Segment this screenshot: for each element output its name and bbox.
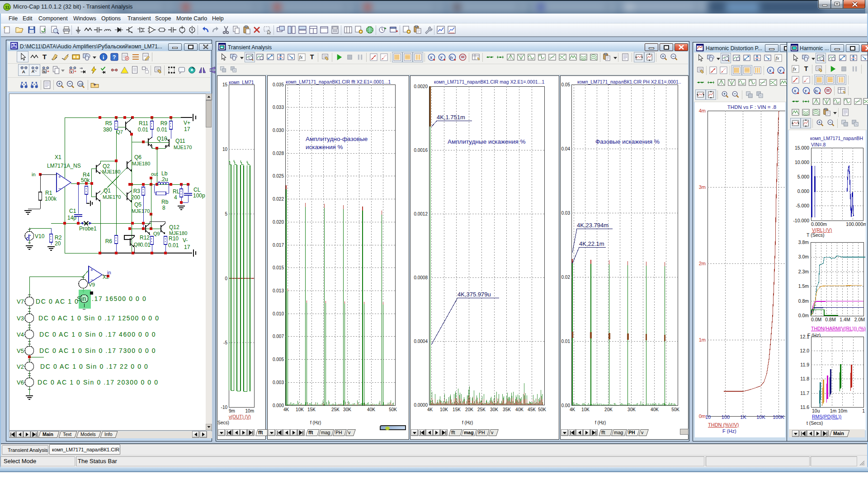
svg-text:0.033: 0.033: [273, 105, 284, 110]
svg-text:35K: 35K: [503, 407, 511, 412]
svg-text:4K,375.979u: 4K,375.979u: [458, 291, 491, 298]
svg-text:f (Hz): f (Hz): [462, 420, 473, 425]
svg-text:Q9: Q9: [153, 231, 160, 236]
svg-text:Q10: Q10: [157, 136, 167, 142]
svg-text:10m: 10m: [838, 408, 848, 413]
svg-text:14p: 14p: [67, 215, 76, 221]
svg-text:Q5: Q5: [134, 202, 142, 208]
svg-text:200: 200: [131, 194, 140, 201]
svg-text:Q2: Q2: [103, 163, 110, 169]
svg-text:0.8M: 0.8M: [825, 317, 835, 322]
svg-text:0.8m: 0.8m: [798, 298, 809, 304]
svg-text:10: 10: [222, 147, 228, 152]
svg-text:-5.000: -5.000: [796, 203, 809, 208]
svg-text:in: in: [32, 172, 36, 177]
svg-text:1: 1: [862, 408, 865, 413]
svg-text:комп_LM71: комп_LM71: [229, 80, 254, 85]
svg-text:100p: 100p: [193, 192, 205, 199]
svg-text:-10: -10: [221, 405, 228, 410]
svg-text:R12: R12: [140, 235, 150, 241]
svg-text:0.000m: 0.000m: [811, 221, 827, 227]
svg-text:1.4M: 1.4M: [840, 317, 850, 322]
svg-text:X1: X1: [55, 154, 61, 160]
svg-text:R6: R6: [105, 238, 113, 244]
svg-text:Q11: Q11: [175, 138, 185, 144]
svg-text:100k: 100k: [45, 196, 57, 202]
svg-text:T (Secs): T (Secs): [807, 232, 824, 238]
svg-text:комп_LM7171_паралВК1.CIR mag X: комп_LM7171_паралВК1.CIR mag X2.E1=.0001…: [434, 79, 544, 84]
svg-text:V-: V-: [183, 237, 188, 244]
svg-text:8: 8: [162, 205, 165, 211]
svg-text:5.000: 5.000: [797, 174, 809, 179]
svg-text:комп_LM7171_паралВК1.CIR fft X: комп_LM7171_паралВК1.CIR fft X2.E1=.0001…: [286, 79, 391, 84]
svg-text:4K,1.751m: 4K,1.751m: [437, 114, 465, 121]
svg-text:THDN (%V/V): THDN (%V/V): [708, 422, 739, 427]
svg-text:Lb: Lb: [161, 170, 168, 177]
svg-text:10m: 10m: [245, 408, 254, 413]
svg-text:0.010: 0.010: [273, 311, 284, 316]
svg-text:R2: R2: [55, 235, 62, 241]
svg-text:0.022: 0.022: [273, 197, 284, 202]
svg-text:t (Secs): t (Secs): [807, 420, 823, 426]
svg-text:10.000: 10.000: [795, 160, 809, 165]
svg-text:0.0000: 0.0000: [414, 403, 428, 408]
svg-text:DC 0 AC 1 0 Sin 0 .17 12500 0: DC 0 AC 1 0 Sin 0 .17 12500 0 0 0: [38, 314, 160, 322]
svg-text:5: 5: [225, 211, 227, 216]
svg-text:R5: R5: [105, 120, 113, 127]
svg-text:V10: V10: [35, 233, 45, 239]
svg-text:2m: 2m: [699, 261, 706, 266]
svg-text:0.01: 0.01: [138, 127, 149, 133]
svg-text:DC 0 AC 1 0 Sin 0 .17 4600 0 0: DC 0 AC 1 0 Sin 0 .17 4600 0 0 0: [39, 331, 156, 338]
svg-text:3m: 3m: [699, 184, 706, 190]
svg-text:10K: 10K: [440, 407, 448, 412]
svg-text:−: −: [58, 186, 61, 191]
svg-text:30K: 30K: [490, 407, 498, 412]
svg-text:15K: 15K: [453, 407, 461, 412]
svg-text:20K: 20K: [604, 407, 613, 412]
svg-text:MJE170: MJE170: [174, 145, 192, 150]
svg-text:0m: 0m: [699, 413, 706, 419]
svg-text:комп_LM7171_паралВК1.CIR PH X2: комп_LM7171_паралВК1.CIR PH X2.E1=.0001.…: [577, 79, 681, 84]
svg-text:20K: 20K: [465, 407, 473, 412]
svg-text:12.1: 12.1: [800, 334, 810, 339]
svg-text:0.0M: 0.0M: [811, 317, 821, 322]
svg-text:4: 4: [174, 194, 177, 201]
svg-text:0.025: 0.025: [273, 174, 284, 178]
svg-text:4K,23.794m: 4K,23.794m: [577, 222, 609, 229]
svg-text:V7: V7: [17, 298, 24, 305]
svg-text:380: 380: [103, 127, 112, 133]
svg-text:f (Hz): f (Hz): [595, 420, 606, 425]
svg-text:Q8: Q8: [134, 242, 141, 247]
svg-text:V3: V3: [17, 315, 24, 322]
svg-text:0: 0: [225, 276, 227, 281]
svg-text:V+: V+: [184, 120, 190, 126]
svg-text:DC 0 AC 1 0 Sin 0 .17 7300 0 0: DC 0 AC 1 0 Sin 0 .17 7300 0 0 0: [39, 347, 156, 354]
svg-text:0.015: 0.015: [273, 265, 284, 270]
svg-text:0.04: 0.04: [561, 146, 571, 151]
svg-text:Q1: Q1: [104, 188, 111, 194]
svg-text:0.007: 0.007: [273, 334, 284, 339]
svg-text:V5: V5: [17, 347, 24, 354]
svg-text:9m: 9m: [229, 408, 235, 413]
svg-text:Амплитудные искажения %: Амплитудные искажения %: [448, 138, 526, 145]
svg-text:DC 0 AC 1 0 Sin 0 .17 20300 0: DC 0 AC 1 0 Sin 0 .17 20300 0 0 0: [38, 379, 159, 386]
svg-text:0.013: 0.013: [273, 288, 284, 293]
svg-text:R11: R11: [139, 120, 148, 127]
svg-text:25K: 25K: [477, 407, 486, 412]
svg-text:100: 100: [722, 414, 730, 420]
svg-text:0.02: 0.02: [561, 275, 571, 280]
svg-text:.17 16500 0 0 0: .17 16500 0 0 0: [92, 295, 146, 302]
svg-text:Q6: Q6: [134, 154, 142, 160]
svg-text:0.035: 0.035: [273, 82, 284, 87]
svg-text:1m: 1m: [830, 408, 837, 413]
svg-text:-10.000: -10.000: [793, 218, 809, 223]
svg-text:VIN=.8: VIN=.8: [811, 142, 826, 147]
svg-text:0.01: 0.01: [157, 127, 168, 133]
svg-text:0.00: 0.00: [561, 403, 571, 408]
svg-text:10K: 10K: [581, 407, 590, 412]
svg-text:11.8: 11.8: [800, 376, 809, 381]
svg-text:R3: R3: [133, 188, 141, 194]
svg-text:0.01: 0.01: [561, 339, 571, 344]
svg-text:40K: 40K: [367, 407, 375, 412]
svg-text:DC 0 AC 1 0 Sin 0 .17 22 0 0 0: DC 0 AC 1 0 Sin 0 .17 22 0 0 0: [40, 363, 148, 370]
